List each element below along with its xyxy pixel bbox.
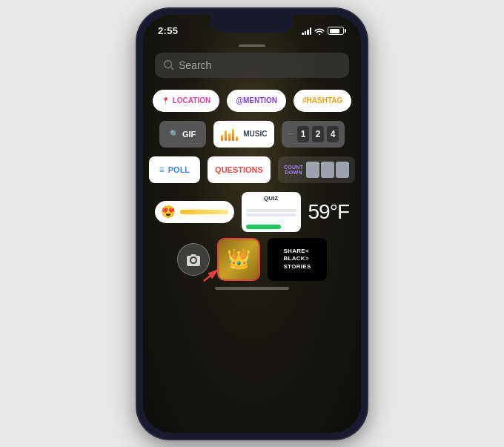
status-bar: 2:55 (143, 15, 361, 42)
sticker-questions[interactable]: QUESTIONS (208, 156, 271, 183)
signal-icon (302, 27, 311, 35)
status-icons (302, 27, 346, 35)
share-black-stories-text: SHARE<BLACK>STORIES (283, 248, 311, 271)
sticker-row-2: 🔍 GIF MUSIC ··· 1 2 (155, 121, 349, 148)
bottom-row: 👑 SHARE<BLACK>STORIES (143, 238, 361, 281)
sticker-mention[interactable]: @MENTION (227, 90, 286, 112)
counter-digit-1: 1 (297, 126, 309, 142)
time-display: 2:55 (158, 25, 178, 36)
music-label: MUSIC (243, 130, 267, 138)
gif-search-icon: 🔍 (170, 130, 179, 138)
sticker-location[interactable]: 📍 LOCATION (153, 90, 219, 112)
search-bar[interactable]: Search (155, 53, 349, 78)
quiz-line-2 (246, 213, 296, 216)
crown-icon: 👑 (227, 248, 251, 271)
counter-digit-2: 2 (312, 126, 324, 142)
camera-icon (186, 253, 201, 266)
phone-screen: 2:55 (143, 15, 361, 433)
sticker-countdown[interactable]: COUNTDOWN (278, 156, 355, 183)
quiz-title: QUIZ (246, 195, 296, 202)
home-bar (215, 287, 289, 290)
arrow-indicator (202, 268, 223, 285)
countdown-block-2 (321, 162, 334, 178)
poll-label: POLL (168, 165, 190, 174)
sticker-quiz[interactable]: QUIZ (242, 192, 301, 232)
sticker-music[interactable]: MUSIC (213, 121, 274, 148)
quiz-lines (246, 209, 296, 216)
battery-icon (328, 27, 346, 35)
sticker-row-3: ≡ POLL QUESTIONS COUNTDOWN (155, 156, 349, 183)
search-placeholder: Search (179, 59, 211, 71)
sticker-gif[interactable]: 🔍 GIF (159, 121, 206, 148)
location-label: LOCATION (173, 96, 210, 105)
quiz-line-1 (246, 209, 296, 212)
sticker-row-1: 📍 LOCATION @MENTION #HASHTAG (155, 90, 349, 112)
quiz-progress-bar (246, 225, 282, 229)
search-icon (164, 60, 174, 70)
sticker-grid: 📍 LOCATION @MENTION #HASHTAG 🔍 GIF (143, 90, 361, 232)
svg-line-1 (204, 269, 219, 281)
mention-label: @MENTION (236, 96, 277, 105)
wifi-icon (314, 27, 325, 35)
countdown-label: COUNTDOWN (284, 165, 303, 175)
sticker-hashtag[interactable]: #HASHTAG (294, 90, 351, 112)
counter-digit-3: 4 (327, 126, 339, 142)
poll-lines-icon: ≡ (159, 165, 165, 175)
counter-dots: ··· (288, 130, 293, 137)
emoji-slider-thumb: 😍 (161, 205, 176, 219)
questions-label: QUESTIONS (215, 165, 263, 174)
countdown-block-1 (306, 162, 319, 178)
sticker-crown-highlighted[interactable]: 👑 (217, 238, 260, 281)
slider-track (180, 210, 228, 214)
sticker-share-black-stories[interactable]: SHARE<BLACK>STORIES (268, 238, 327, 281)
sticker-poll[interactable]: ≡ POLL (149, 156, 200, 183)
music-bars-icon (221, 128, 238, 141)
hashtag-label: #HASHTAG (302, 96, 342, 105)
sticker-row-4: 😍 QUIZ 59°F (155, 192, 349, 232)
phone-frame: 2:55 (137, 9, 367, 439)
sticker-temperature[interactable]: 59°F (308, 200, 349, 224)
home-indicator (143, 287, 361, 290)
sticker-counter[interactable]: ··· 1 2 4 (282, 121, 345, 148)
countdown-block-3 (336, 162, 349, 178)
location-dot: 📍 (162, 97, 170, 105)
gif-label: GIF (182, 130, 196, 139)
handle-bar (239, 44, 265, 47)
crown-sticker: 👑 (219, 239, 259, 279)
sticker-emoji-slider[interactable]: 😍 (155, 201, 234, 223)
